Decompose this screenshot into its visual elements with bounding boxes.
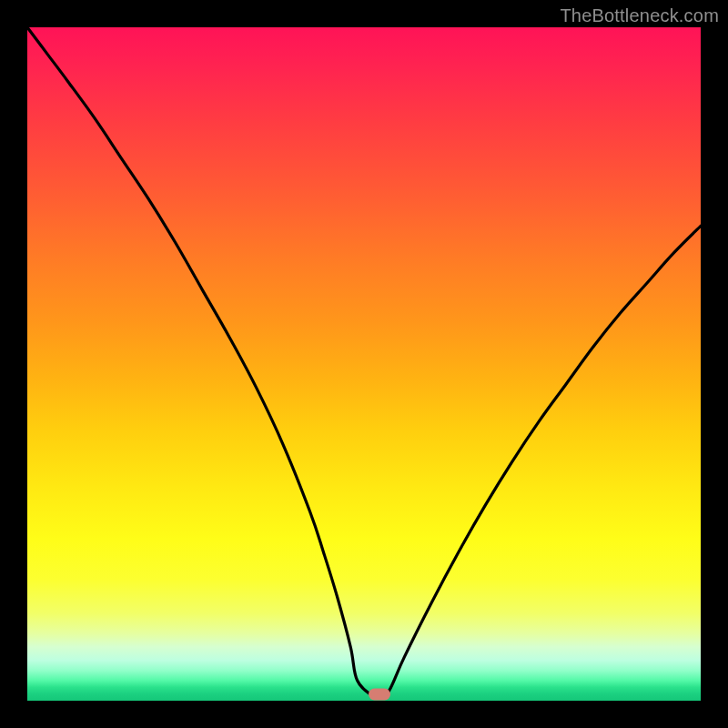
chart-stage: TheBottleneck.com (0, 0, 728, 728)
bottleneck-curve (27, 27, 701, 698)
plot-area (27, 27, 701, 701)
watermark-text: TheBottleneck.com (560, 5, 719, 26)
optimal-marker (369, 689, 390, 701)
curve-layer (27, 27, 701, 701)
